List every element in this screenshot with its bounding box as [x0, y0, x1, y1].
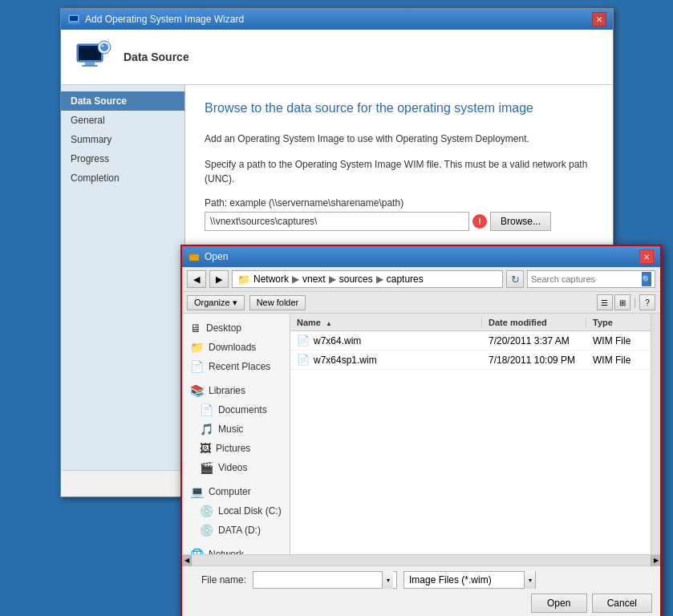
sidebar-item-music[interactable]: 🎵 Music — [182, 419, 290, 439]
scroll-right-btn[interactable]: ▶ — [651, 555, 660, 566]
view-buttons: ☰ ⊞ | ? — [597, 294, 655, 310]
table-row[interactable]: 📄 w7x64sp1.wim 7/18/2011 10:09 PM WIM Fi… — [290, 351, 651, 370]
svg-rect-2 — [67, 22, 80, 24]
libraries-icon: 📚 — [190, 384, 204, 397]
svg-point-8 — [100, 43, 108, 51]
folder-open-icon — [189, 251, 200, 262]
sidebar-item-pictures[interactable]: 🖼 Pictures — [182, 439, 290, 458]
dialog-buttons: Open Cancel — [190, 594, 652, 613]
wizard-header-title: Data Source — [124, 51, 189, 63]
sidebar-item-desktop[interactable]: 🖥 Desktop — [182, 318, 290, 338]
computer-small-icon: 💻 — [190, 485, 204, 498]
address-sep3: ▶ — [376, 274, 383, 285]
wizard-title: Add Operating System Image Wizard — [85, 14, 244, 25]
file-list-header: Name ▲ Date modified Type — [290, 314, 651, 331]
sidebar-item-completion[interactable]: Completion — [61, 168, 184, 188]
organize-button[interactable]: Organize ▾ — [187, 295, 245, 310]
downloads-icon: 📁 — [190, 341, 204, 354]
search-button[interactable]: 🔍 — [642, 272, 651, 286]
refresh-button[interactable]: ↻ — [506, 270, 524, 288]
filename-row: File name: ▾ Image Files (*.wim) ▾ — [190, 571, 652, 589]
forward-button[interactable]: ▶ — [209, 270, 229, 288]
sidebar-item-summary[interactable]: Summary — [61, 130, 184, 149]
path-row: ! Browse... — [205, 212, 594, 231]
wizard-close-button[interactable]: ✕ — [592, 12, 606, 26]
filename-dropdown[interactable]: ▾ — [382, 571, 393, 589]
sidebar-item-recent-places[interactable]: 📄 Recent Places — [182, 357, 290, 376]
music-icon: 🎵 — [200, 423, 213, 436]
open-toolbar: ◀ ▶ 📁 Network ▶ vnext ▶ sources ▶ captur… — [182, 267, 660, 292]
scroll-left-btn[interactable]: ◀ — [182, 555, 192, 566]
sidebar-item-general[interactable]: General — [61, 111, 184, 130]
file-list-scrollbar[interactable] — [651, 314, 660, 554]
svg-rect-6 — [82, 65, 98, 67]
sidebar-item-data-disk[interactable]: 💿 DATA (D:) — [182, 521, 290, 540]
sidebar-item-downloads[interactable]: 📁 Downloads — [182, 338, 290, 357]
pictures-icon: 🖼 — [200, 442, 211, 455]
view-separator: | — [634, 297, 636, 308]
svg-rect-1 — [70, 16, 78, 21]
back-button[interactable]: ◀ — [187, 270, 206, 288]
sidebar-item-computer[interactable]: 💻 Computer — [182, 482, 290, 501]
sidebar-item-data-source[interactable]: Data Source — [61, 91, 184, 111]
col-name[interactable]: Name ▲ — [290, 318, 482, 327]
address-vnext: vnext — [302, 274, 326, 285]
open-titlebar: Open ✕ — [182, 246, 660, 267]
local-disk-icon: 💿 — [200, 505, 213, 517]
content-para2: Specify a path to the Operating System I… — [205, 157, 594, 186]
sidebar-item-local-disk[interactable]: 💿 Local Disk (C:) — [182, 501, 290, 521]
open-action-bar: Organize ▾ New folder ☰ ⊞ | ? — [182, 292, 660, 314]
open-close-button[interactable]: ✕ — [639, 249, 654, 264]
sidebar-item-libraries[interactable]: 📚 Libraries — [182, 381, 290, 400]
horizontal-scrollbar[interactable]: ◀ ▶ — [182, 554, 660, 565]
new-folder-button[interactable]: New folder — [249, 295, 306, 310]
view-details-button[interactable]: ⊞ — [614, 294, 630, 310]
filename-input[interactable] — [257, 574, 382, 586]
browse-button[interactable]: Browse... — [490, 212, 551, 231]
filetype-text: Image Files (*.wim) — [404, 574, 524, 586]
documents-icon: 📄 — [200, 403, 213, 416]
filetype-dropdown[interactable]: ▾ — [524, 571, 535, 589]
cancel-button[interactable]: Cancel — [592, 594, 652, 613]
open-button[interactable]: Open — [531, 594, 587, 613]
sidebar-item-progress[interactable]: Progress — [61, 149, 184, 168]
content-heading: Browse to the data source for the operat… — [205, 101, 594, 116]
network-icon: 🌐 — [190, 548, 204, 554]
open-dialog-title: Open — [205, 251, 228, 262]
path-input[interactable] — [205, 212, 469, 231]
view-help-button[interactable]: ? — [639, 294, 655, 310]
warning-icon: ! — [472, 214, 487, 229]
address-sep1: ▶ — [292, 274, 299, 285]
sort-arrow: ▲ — [326, 320, 332, 327]
open-title-left: Open — [189, 251, 228, 262]
file-name-cell: 📄 w7x64sp1.wim — [290, 354, 482, 366]
search-box: 🔍 — [527, 270, 655, 288]
address-bar: 📁 Network ▶ vnext ▶ sources ▶ captures — [232, 270, 503, 288]
sidebar-item-videos[interactable]: 🎬 Videos — [182, 458, 290, 477]
address-folder-icon: 📁 — [237, 274, 250, 286]
svg-point-9 — [102, 45, 104, 47]
col-date[interactable]: Date modified — [482, 318, 586, 327]
table-row[interactable]: 📄 w7x64.wim 7/20/2011 3:37 AM WIM File — [290, 331, 651, 351]
file-type-cell: WIM File — [586, 355, 651, 366]
file-name-cell: 📄 w7x64.wim — [290, 334, 482, 346]
address-captures: captures — [387, 274, 424, 285]
filename-label: File name: — [190, 574, 246, 586]
view-list-button[interactable]: ☰ — [597, 294, 613, 310]
open-bottom: File name: ▾ Image Files (*.wim) ▾ Open … — [182, 565, 660, 616]
open-main-area: 🖥 Desktop 📁 Downloads 📄 Recent Places 📚 … — [182, 314, 660, 554]
sidebar-item-network[interactable]: 🌐 Network — [182, 545, 290, 554]
address-sep2: ▶ — [329, 274, 336, 285]
desktop-icon: 🖥 — [190, 322, 201, 334]
wim-file-icon: 📄 — [297, 334, 310, 346]
search-input[interactable] — [531, 274, 642, 284]
svg-rect-11 — [189, 253, 193, 255]
path-label: Path: example (\\servername\sharename\pa… — [205, 197, 594, 209]
computer-icon — [74, 38, 112, 76]
filetype-select: Image Files (*.wim) ▾ — [403, 571, 536, 589]
col-type[interactable]: Type — [586, 318, 651, 327]
videos-icon: 🎬 — [200, 461, 213, 474]
file-date-cell: 7/18/2011 10:09 PM — [482, 355, 586, 366]
sidebar-item-documents[interactable]: 📄 Documents — [182, 400, 290, 419]
open-file-list: Name ▲ Date modified Type 📄 w7x64.wim 7/… — [290, 314, 651, 554]
